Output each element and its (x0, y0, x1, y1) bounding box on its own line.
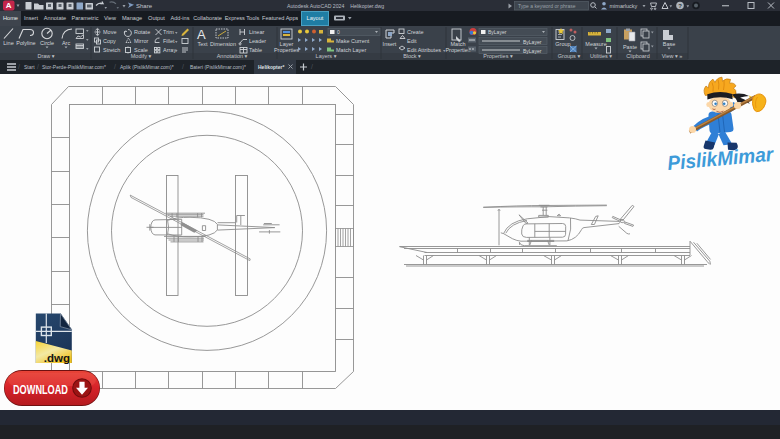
svg-text:Text: Text (197, 40, 208, 46)
svg-text:Paste: Paste (623, 43, 637, 49)
svg-text:Layers ▾: Layers ▾ (316, 52, 337, 58)
svg-text:Group: Group (555, 40, 570, 46)
svg-text:Block ▾: Block ▾ (403, 52, 421, 58)
svg-text:DOWNLOAD: DOWNLOAD (13, 383, 68, 397)
svg-text:Properties ▾: Properties ▾ (483, 52, 513, 58)
svg-text:Dimension: Dimension (210, 40, 236, 46)
svg-text:PislikMimar: PislikMimar (666, 143, 775, 174)
svg-text:.dwg: .dwg (44, 352, 70, 364)
svg-text:Rotate: Rotate (134, 29, 150, 35)
svg-text:A: A (6, 1, 12, 10)
svg-text:Leader: Leader (249, 38, 266, 44)
svg-text:Properties: Properties (445, 46, 470, 52)
svg-text:View ▾ »: View ▾ » (662, 52, 683, 58)
svg-text:Draw ▾: Draw ▾ (37, 52, 54, 58)
svg-text:Measure: Measure (585, 40, 606, 46)
svg-text:Fillet: Fillet (163, 38, 175, 44)
svg-text:Match Layer: Match Layer (336, 46, 366, 52)
svg-text:Stretch: Stretch (103, 47, 120, 53)
svg-text:Make Current: Make Current (336, 37, 370, 43)
svg-text:Edit: Edit (407, 38, 417, 44)
svg-text:Properties: Properties (274, 46, 299, 52)
svg-text:Create: Create (407, 29, 424, 35)
svg-text:Clipboard: Clipboard (626, 52, 650, 58)
svg-text:mimarlucky: mimarlucky (610, 3, 638, 9)
svg-text:Move: Move (103, 29, 116, 35)
svg-text:Insert: Insert (383, 40, 397, 46)
svg-text:Array: Array (163, 47, 176, 53)
svg-text:Share: Share (136, 3, 153, 9)
svg-text:Table: Table (249, 47, 262, 53)
svg-text:Trim: Trim (163, 29, 174, 35)
svg-text:ByLayer: ByLayer (523, 47, 542, 53)
svg-text:?: ? (678, 3, 682, 9)
svg-text:Mirror: Mirror (134, 38, 149, 44)
svg-text:Polyline: Polyline (16, 39, 35, 45)
svg-text:Copy: Copy (103, 38, 116, 44)
svg-text:Circle: Circle (40, 39, 54, 45)
svg-text:Annotation ▾: Annotation ▾ (217, 52, 248, 58)
svg-text:ByLayer: ByLayer (488, 29, 507, 35)
svg-text:Utilities ▾: Utilities ▾ (590, 52, 612, 58)
svg-text:Groups ▾: Groups ▾ (558, 52, 581, 58)
svg-text:Modify ▾: Modify ▾ (131, 52, 152, 58)
svg-text:Base: Base (663, 40, 676, 46)
svg-text:Autodesk AutoCAD 2024 Helik: Autodesk AutoCAD 2024 Helikopter.dwg (287, 3, 384, 9)
svg-text:Line: Line (3, 39, 13, 45)
svg-text:Type a keyword or phrase: Type a keyword or phrase (518, 3, 576, 9)
svg-text:Linear: Linear (249, 29, 264, 35)
svg-text:ByLayer: ByLayer (523, 38, 542, 44)
svg-text:0: 0 (337, 29, 340, 35)
svg-text:Arc: Arc (62, 39, 71, 45)
